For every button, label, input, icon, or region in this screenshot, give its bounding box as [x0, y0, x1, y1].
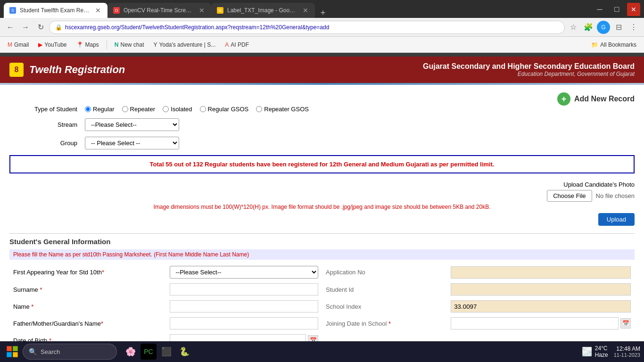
tab-opencv[interactable]: O OpenCV Real-Time Screen Cap... ✕: [107, 3, 211, 18]
bookmark-aipdf[interactable]: A AI PDF: [221, 40, 253, 50]
tab-title-2: OpenCV Real-Time Screen Cap...: [124, 7, 194, 14]
minimize-button[interactable]: ─: [593, 3, 606, 16]
tab-close-3[interactable]: ✕: [302, 7, 309, 14]
windows-icon: [6, 345, 19, 358]
application-no-input: [451, 266, 631, 279]
radio-isolated-input[interactable]: [163, 106, 169, 112]
taskbar-terminal-icon[interactable]: ⬛: [158, 344, 174, 360]
required-star: *: [101, 320, 103, 327]
surname-input[interactable]: [170, 283, 319, 296]
radio-regular-label: Regular: [93, 106, 115, 113]
bookmark-gmail-label: Gmail: [14, 41, 29, 48]
browser-extensions-button[interactable]: 🧩: [582, 21, 595, 34]
taskbar-search-box[interactable]: 🔍 Search: [23, 344, 117, 360]
radio-repeater-label: Repeater: [130, 106, 155, 113]
tab-googledrive[interactable]: G Label_TXT_Image - Google Driv... ✕: [211, 3, 315, 18]
add-new-record-label: Add New Record: [574, 95, 635, 103]
bookmark-maps[interactable]: 📍 Maps: [73, 40, 103, 50]
address-bar[interactable]: 🔒 hscexamreg.gseb.org/Student/TwelvethSt…: [49, 21, 565, 34]
radio-repeater[interactable]: Repeater: [122, 106, 155, 113]
choose-file-button[interactable]: Choose File: [547, 190, 592, 202]
start-button[interactable]: [4, 343, 21, 360]
bookmark-yoda[interactable]: Y Yoda's adventure | S...: [150, 40, 220, 50]
svg-rect-2: [7, 352, 11, 357]
surname-label: Surname *: [13, 286, 42, 293]
radio-regular-gsos[interactable]: Regular GSOS: [200, 106, 249, 113]
image-note: Image dimensions must be 100(W)*120(H) p…: [9, 204, 635, 210]
forward-button[interactable]: →: [19, 21, 32, 34]
all-bookmarks-button[interactable]: 📁 All Bookmarks: [587, 40, 640, 50]
bookmarks-divider: [107, 40, 107, 49]
taskbar-date: 11-11-2023: [614, 352, 640, 358]
tab-student-reg[interactable]: S Student Twelfth Exam Registrati... ✕: [4, 3, 107, 18]
header-icon: 8: [9, 63, 24, 77]
radio-regular[interactable]: Regular: [85, 106, 115, 113]
joining-date-row: 📅: [451, 317, 631, 329]
taskbar-pycharm-icon[interactable]: PC: [140, 344, 157, 360]
bookmarks-bar: M Gmail ▶ YouTube 📍 Maps N New chat Y Yo…: [0, 37, 644, 53]
reload-button[interactable]: ↻: [34, 21, 47, 34]
page-title: Twelth Registration: [29, 64, 125, 76]
radio-repeater-input[interactable]: [122, 106, 128, 112]
bookmark-newchat[interactable]: N New chat: [111, 40, 148, 50]
joining-date-label: Joining Date in School *: [326, 320, 391, 327]
name-label: Name *: [13, 303, 33, 310]
radio-regular-gsos-input[interactable]: [200, 106, 206, 112]
maps-icon: 📍: [76, 41, 83, 48]
taskbar-flower-icon[interactable]: 🌸: [123, 344, 139, 360]
joining-date-input[interactable]: [451, 317, 619, 329]
radio-repeater-gsos[interactable]: Repeater GSOS: [256, 106, 309, 113]
bookmark-youtube-label: YouTube: [44, 41, 66, 48]
search-icon: 🔍: [29, 348, 37, 355]
split-view-button[interactable]: ⊟: [612, 21, 625, 34]
header-right: Gujarat Secondary and Higher Secondary E…: [423, 62, 635, 77]
add-record-icon: +: [557, 92, 570, 106]
group-row: Group -- Please Select --: [9, 137, 635, 149]
joining-date-calendar-icon[interactable]: 📅: [620, 318, 631, 329]
group-select[interactable]: -- Please Select --: [85, 137, 179, 149]
guardian-name-label: Father/Mother/Guardian's Name*: [13, 320, 103, 327]
back-button[interactable]: ←: [4, 21, 17, 34]
folder-icon: 📁: [591, 41, 598, 48]
table-row: Surname * Student Id: [9, 281, 635, 298]
radio-isolated[interactable]: Isolated: [163, 106, 192, 113]
newchat-icon: N: [115, 41, 119, 48]
photo-upload-row: Choose File No file chosen: [9, 190, 635, 202]
all-bookmarks-label: All Bookmarks: [600, 41, 636, 48]
bookmark-newchat-label: New chat: [121, 41, 144, 48]
first-appearing-year-select[interactable]: --Please Select--: [170, 266, 319, 279]
org-name: Gujarat Secondary and Higher Secondary E…: [423, 62, 635, 71]
bookmark-youtube[interactable]: ▶ YouTube: [34, 40, 70, 50]
stream-row: Stream --Please Select--: [9, 118, 635, 131]
svg-rect-3: [13, 352, 17, 357]
bookmark-star-button[interactable]: ☆: [567, 21, 580, 34]
taskbar-python-icon[interactable]: 🐍: [176, 344, 192, 360]
tab-close-1[interactable]: ✕: [94, 7, 102, 14]
radio-repeater-gsos-input[interactable]: [256, 106, 262, 112]
tab-title-3: Label_TXT_Image - Google Driv...: [227, 7, 298, 14]
svg-rect-1: [13, 346, 17, 351]
close-window-button[interactable]: ✕: [627, 3, 640, 16]
browser-menu-button[interactable]: ⋮: [627, 21, 640, 34]
no-file-label: No file chosen: [596, 192, 635, 199]
maximize-button[interactable]: ☐: [610, 3, 623, 16]
stream-select[interactable]: --Please Select--: [85, 118, 179, 131]
bookmark-maps-label: Maps: [85, 41, 99, 48]
browser-profile-button[interactable]: G: [597, 21, 610, 34]
bookmark-aipdf-label: AI PDF: [231, 41, 249, 48]
upload-button[interactable]: Upload: [598, 213, 635, 226]
tab-bar: S Student Twelfth Exam Registrati... ✕ O…: [0, 0, 644, 18]
name-input[interactable]: [170, 300, 319, 313]
org-sub: Education Department, Government of Guja…: [423, 71, 635, 77]
table-row: First Appearing Year for Std 10th* --Ple…: [9, 263, 635, 281]
tab-close-2[interactable]: ✕: [198, 7, 206, 14]
youtube-icon: ▶: [38, 41, 42, 48]
bookmark-gmail[interactable]: M Gmail: [4, 40, 33, 50]
name-note: Please fill the Name as per std10th Pass…: [9, 249, 635, 260]
svg-rect-0: [7, 346, 11, 351]
add-new-record-button[interactable]: + Add New Record: [557, 92, 635, 106]
application-no-label: Application No: [326, 269, 365, 276]
new-tab-button[interactable]: ＋: [319, 7, 327, 18]
radio-regular-input[interactable]: [85, 106, 91, 112]
guardian-name-input[interactable]: [170, 317, 319, 329]
